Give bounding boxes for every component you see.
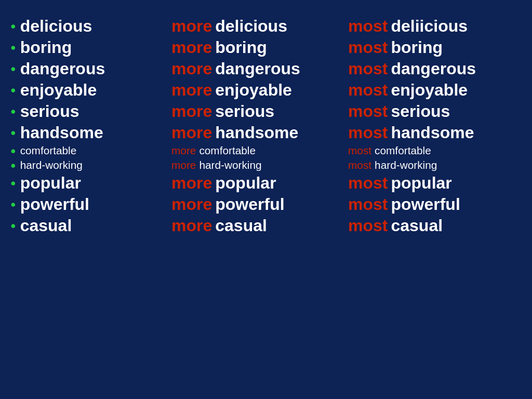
col-comparative: more handsome	[171, 123, 348, 142]
more-word: more	[171, 123, 212, 142]
superlative-base: powerful	[391, 195, 460, 214]
superlative-base: comfortable	[375, 144, 431, 157]
list-item: ● powerful more powerful most powerful	[10, 194, 522, 215]
comparative-base: delicious	[215, 17, 287, 36]
superlative-base: hard-working	[375, 159, 437, 171]
comparative-base: boring	[215, 38, 267, 57]
base-word: delicious	[20, 17, 92, 36]
superlative-base: serious	[391, 102, 450, 121]
base-word: handsome	[20, 123, 103, 142]
col-superlative: most enjoyable	[348, 81, 522, 100]
comparative-base: handsome	[215, 123, 298, 142]
bullet-icon: ●	[10, 106, 16, 117]
most-word: most	[348, 159, 371, 171]
word-list: ● delicious more delicious most deliicio…	[10, 16, 522, 236]
col-comparative: more serious	[171, 102, 348, 121]
base-word: popular	[20, 174, 81, 193]
superlative-base: boring	[391, 38, 443, 57]
comparative-base: comfortable	[199, 144, 256, 157]
bullet-icon: ●	[10, 178, 16, 189]
col-base: ● dangerous	[10, 59, 171, 78]
base-word: hard-working	[20, 159, 83, 171]
more-word: more	[171, 144, 196, 157]
most-word: most	[348, 174, 388, 193]
more-word: more	[171, 159, 196, 171]
col-comparative: more delicious	[171, 17, 348, 36]
col-superlative: most serious	[348, 102, 522, 121]
col-superlative: most comfortable	[348, 144, 522, 157]
bullet-icon: ●	[10, 199, 16, 210]
list-item: ● serious more serious most serious	[10, 101, 522, 122]
col-comparative: more popular	[171, 174, 348, 193]
most-word: most	[348, 38, 388, 57]
col-base: ● serious	[10, 102, 171, 121]
list-item: ● enjoyable more enjoyable most enjoyabl…	[10, 79, 522, 101]
col-comparative: more dangerous	[171, 59, 348, 78]
superlative-base: dangerous	[391, 59, 476, 78]
most-word: most	[348, 17, 388, 36]
more-word: more	[171, 216, 212, 235]
bullet-icon: ●	[10, 220, 16, 231]
most-word: most	[348, 123, 388, 142]
comparative-base: enjoyable	[215, 81, 292, 100]
bullet-icon: ●	[10, 42, 16, 53]
bullet-icon: ●	[10, 85, 16, 96]
base-word: casual	[20, 216, 72, 235]
base-word: boring	[20, 38, 72, 57]
superlative-base: deliicious	[391, 17, 468, 36]
comparative-base: dangerous	[215, 59, 300, 78]
col-base: ● hard-working	[10, 159, 171, 171]
col-superlative: most handsome	[348, 123, 522, 142]
most-word: most	[348, 102, 388, 121]
superlative-base: casual	[391, 216, 443, 235]
base-word: dangerous	[20, 59, 105, 78]
more-word: more	[171, 195, 212, 214]
list-item: ● delicious more delicious most deliicio…	[10, 16, 522, 37]
bullet-icon: ●	[10, 160, 16, 171]
most-word: most	[348, 195, 388, 214]
superlative-base: handsome	[391, 123, 474, 142]
col-base: ● popular	[10, 174, 171, 193]
col-base: ● delicious	[10, 17, 171, 36]
col-comparative: more enjoyable	[171, 81, 348, 100]
comparative-base: serious	[215, 102, 274, 121]
most-word: most	[348, 81, 388, 100]
col-base: ● casual	[10, 216, 171, 235]
most-word: most	[348, 59, 388, 78]
comparative-base: powerful	[215, 195, 284, 214]
comparative-base: popular	[215, 174, 276, 193]
col-superlative: most boring	[348, 38, 522, 57]
most-word: most	[348, 144, 371, 157]
list-item: ● popular more popular most popular	[10, 172, 522, 194]
more-word: more	[171, 102, 212, 121]
col-superlative: most popular	[348, 174, 522, 193]
bullet-icon: ●	[10, 145, 16, 156]
list-item: ● comfortable more comfortable most comf…	[10, 143, 522, 158]
col-base: ● handsome	[10, 123, 171, 142]
most-word: most	[348, 216, 388, 235]
col-comparative: more boring	[171, 38, 348, 57]
superlative-base: enjoyable	[391, 81, 468, 100]
comparative-base: casual	[215, 216, 267, 235]
bullet-icon: ●	[10, 127, 16, 138]
col-base: ● powerful	[10, 195, 171, 214]
col-comparative: more hard-working	[171, 159, 348, 171]
col-comparative: more casual	[171, 216, 348, 235]
more-word: more	[171, 59, 212, 78]
col-superlative: most casual	[348, 216, 522, 235]
list-item: ● hard-working more hard-working most ha…	[10, 158, 522, 172]
bullet-icon: ●	[10, 21, 16, 32]
list-item: ● dangerous more dangerous most dangerou…	[10, 58, 522, 79]
col-comparative: more comfortable	[171, 144, 348, 157]
base-word: powerful	[20, 195, 89, 214]
col-base: ● boring	[10, 38, 171, 57]
more-word: more	[171, 38, 212, 57]
col-superlative: most dangerous	[348, 59, 522, 78]
list-item: ● boring more boring most boring	[10, 37, 522, 58]
base-word: enjoyable	[20, 81, 97, 100]
list-item: ● handsome more handsome most handsome	[10, 122, 522, 143]
col-base: ● comfortable	[10, 144, 171, 157]
bullet-icon: ●	[10, 63, 16, 74]
col-superlative: most powerful	[348, 195, 522, 214]
superlative-base: popular	[391, 174, 451, 193]
